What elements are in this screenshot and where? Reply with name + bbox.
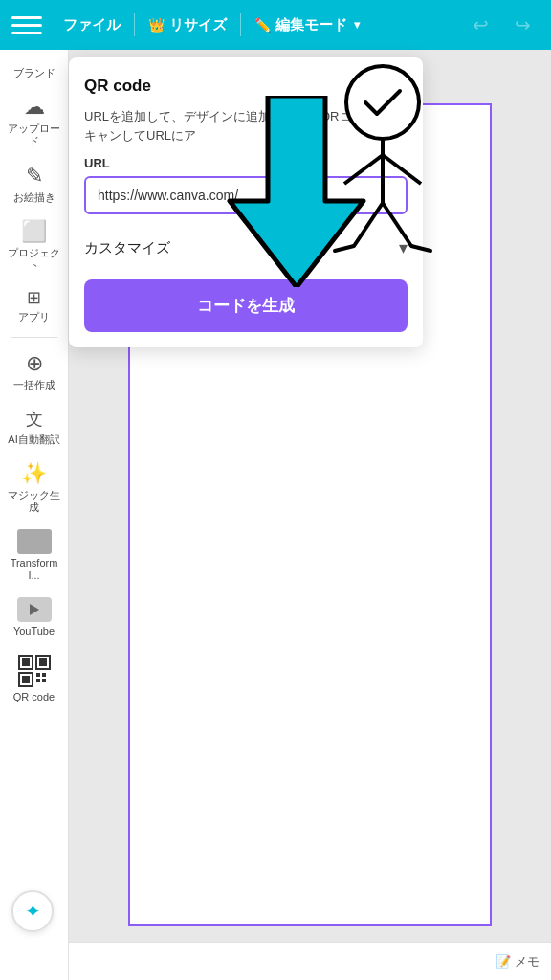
qr-url-input[interactable]	[84, 176, 408, 214]
qr-code-icon	[17, 654, 52, 688]
sidebar-item-transform[interactable]: Transform I...	[2, 522, 67, 590]
top-nav: ファイル 👑 リサイズ ✏️ 編集モード ▾ ↩ ↪	[0, 0, 551, 50]
star-icon: ✦	[25, 900, 41, 923]
youtube-play-icon	[30, 604, 39, 615]
nav-resize[interactable]: 👑 リサイズ	[135, 9, 240, 42]
nav-file[interactable]: ファイル	[50, 9, 134, 42]
svg-rect-5	[22, 676, 30, 683]
sidebar-divider	[11, 337, 57, 338]
sidebar-apps-label: アプリ	[18, 311, 50, 323]
svg-rect-1	[22, 658, 30, 666]
star-button[interactable]: ✦	[11, 890, 54, 932]
svg-rect-6	[36, 673, 40, 677]
generate-btn-label: コードを生成	[197, 297, 295, 315]
nav-edit-mode[interactable]: ✏️ 編集モード ▾	[241, 9, 373, 42]
nav-edit-mode-label: 編集モード	[276, 16, 347, 34]
sidebar-ai-translate-label: AI自動翻訳	[8, 434, 59, 446]
memo-button[interactable]: 📝 メモ	[496, 953, 540, 970]
sidebar-item-apps[interactable]: ⊞ アプリ	[2, 279, 67, 331]
memo-label: メモ	[515, 953, 540, 970]
memo-icon: 📝	[496, 954, 511, 969]
sidebar-item-project[interactable]: ⬜ プロジェクト	[2, 212, 67, 279]
qr-customize-row[interactable]: カスタマイズ ▾	[69, 228, 423, 268]
sidebar-item-bulk-create[interactable]: ⊕ 一括作成	[2, 344, 67, 399]
qr-close-button[interactable]: ×	[381, 73, 408, 100]
close-icon: ×	[390, 78, 398, 94]
redo-button[interactable]: ↪	[505, 8, 540, 42]
qr-code-panel: QR code × URLを追加して、デザインに追加するす。QRコードをスキャン…	[69, 57, 423, 347]
upload-icon: ☁	[24, 95, 45, 120]
sidebar-magic-label: マジック生成	[6, 489, 63, 514]
sidebar-item-ai-translate[interactable]: 文 AI自動翻訳	[2, 400, 67, 454]
sidebar-item-magic-generate[interactable]: ✨ マジック生成	[2, 454, 67, 522]
sidebar-draw-label: お絵描き	[13, 191, 55, 204]
undo-button[interactable]: ↩	[463, 8, 497, 42]
qr-customize-label: カスタマイズ	[84, 239, 170, 257]
svg-rect-7	[42, 673, 46, 677]
sidebar-youtube-label: YouTube	[13, 625, 55, 637]
youtube-thumbnail	[17, 597, 52, 622]
qr-panel-title: QR code	[84, 77, 151, 96]
qr-url-label: URL	[69, 156, 423, 176]
redo-icon: ↪	[515, 13, 531, 36]
nav-right: ↩ ↪	[463, 8, 540, 42]
ai-translate-icon: 文	[26, 408, 43, 431]
sidebar-brand-label: ブランド	[13, 67, 55, 79]
chevron-down-icon: ▾	[399, 237, 408, 258]
sidebar-transform-label: Transform I...	[6, 557, 63, 582]
sidebar-item-draw[interactable]: ✎ お絵描き	[2, 156, 67, 212]
sidebar: ブランド ☁ アップロード ✎ お絵描き ⬜ プロジェクト ⊞ アプリ ⊕ 一括…	[0, 50, 69, 980]
svg-rect-3	[39, 658, 47, 666]
sidebar-item-brand[interactable]: ブランド	[2, 59, 67, 87]
nav-file-label: ファイル	[63, 16, 121, 34]
apps-icon: ⊞	[27, 287, 41, 308]
sidebar-item-upload[interactable]: ☁ アップロード	[2, 87, 67, 155]
nav-resize-label: リサイズ	[169, 16, 227, 34]
bulk-create-icon: ⊕	[26, 351, 43, 376]
nav-items: ファイル 👑 リサイズ ✏️ 編集モード ▾	[50, 9, 373, 42]
menu-button[interactable]	[11, 10, 42, 40]
sidebar-qrcode-label: QR code	[13, 691, 55, 703]
sidebar-bulk-label: 一括作成	[13, 379, 55, 391]
svg-rect-9	[42, 679, 46, 682]
sidebar-item-youtube[interactable]: YouTube	[2, 590, 67, 645]
qr-description: URLを追加して、デザインに追加するす。QRコードをスキャンしてURLにア	[69, 107, 423, 156]
draw-icon: ✎	[26, 164, 43, 189]
transform-thumbnail	[17, 529, 52, 554]
project-icon: ⬜	[21, 219, 47, 244]
sidebar-project-label: プロジェクト	[6, 247, 63, 272]
qr-panel-header: QR code ×	[69, 57, 423, 107]
sidebar-upload-label: アップロード	[6, 122, 63, 147]
bottom-bar: 📝 メモ	[69, 942, 551, 980]
svg-rect-8	[36, 679, 40, 682]
sidebar-item-qrcode[interactable]: QR code	[2, 646, 67, 711]
undo-icon: ↩	[473, 13, 489, 36]
qr-generate-button[interactable]: コードを生成	[84, 279, 408, 332]
magic-generate-icon: ✨	[21, 461, 47, 486]
